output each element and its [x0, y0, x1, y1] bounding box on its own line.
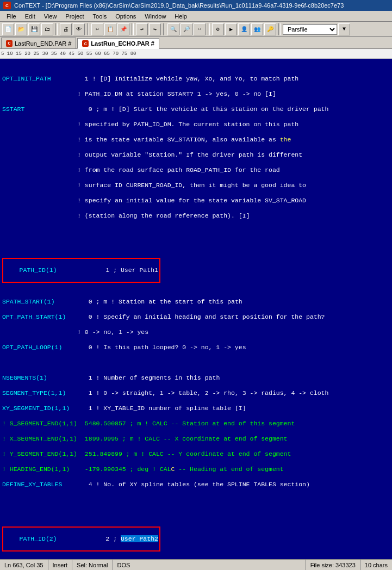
line-2: ! PATH_ID_DM at station SSTART? 1 -> yes…	[2, 90, 390, 98]
line-segtype1: SEGMENT_TYPE(1,1) 1 ! 0 -> straight, 1 -…	[2, 389, 390, 397]
tab-lastrun-echo[interactable]: C LastRun_ECHO.PAR #	[77, 38, 159, 49]
line-text: 4 ! No. of XY spline tables (see the SPL…	[62, 481, 309, 488]
selection-text: Sel: Normal	[77, 562, 108, 568]
extra-btn5[interactable]: 🔑	[264, 23, 276, 35]
path-id-2-box: PATH_ID(2) 2 ; User Path2	[2, 526, 160, 552]
line-text: ! specified by PATH_ID_DM. The current s…	[2, 121, 298, 128]
menu-file[interactable]: File	[2, 12, 21, 21]
open-button[interactable]: 📂	[15, 23, 27, 35]
line-xyid1: XY_SEGMENT_ID(1,1) 1 ! XY_TABLE_ID numbe…	[2, 405, 390, 412]
path-id-1-value: 1 ; User Path1	[57, 267, 158, 274]
line-optloop1: OPT_PATH_LOOP(1) 0 ! Is this path looped…	[2, 344, 390, 351]
status-dos: DOS	[113, 560, 306, 570]
menu-view[interactable]: View	[40, 12, 61, 21]
line-x1: ! X_SEGMENT_END(1,1) 1899.9995 ; m ! CAL…	[2, 435, 390, 443]
line-8: ! surface ID CURRENT_ROAD_ID, then it mi…	[2, 182, 390, 189]
status-bar: Ln 663, Col 35 Insert Sel: Normal DOS Fi…	[0, 559, 392, 570]
keyword: OPT_PATH_LOOP(1)	[2, 344, 62, 351]
line-blank1	[2, 227, 390, 235]
menu-tools[interactable]: Tools	[89, 12, 111, 21]
find-next-button[interactable]: 🔎	[181, 23, 192, 35]
menu-edit[interactable]: Edit	[21, 12, 40, 21]
save-all-button[interactable]: 🗂	[41, 23, 53, 35]
title-text: ConTEXT - [D:\Program Files (x86)\CarSim…	[14, 2, 344, 9]
insert-text: Insert	[53, 562, 68, 568]
line-9: ! specify an initial value for the state…	[2, 197, 390, 205]
extra-btn3[interactable]: 👤	[238, 23, 250, 35]
line-h1: ! HEADING_END(1,1) -179.990345 ; deg ! C…	[2, 466, 390, 473]
tab-icon-2: C	[82, 40, 89, 47]
comment: ! X_SEGMENT_END(1,1) 1899.9995 ; m ! CAL…	[2, 435, 288, 443]
line-path1: PATH_ID(1) 1 ; User Path1	[2, 258, 390, 283]
path-id-2-keyword: PATH_ID(2)	[20, 535, 57, 542]
line-text: 0 ! Is this path looped? 0 -> no, 1 -> y…	[62, 344, 246, 351]
line-text: 1 ! XY_TABLE_ID number of spline table […	[70, 405, 246, 412]
menu-help[interactable]: Help	[170, 12, 191, 21]
find-button[interactable]: 🔍	[167, 23, 179, 35]
extra-btn1[interactable]: ⚙	[212, 23, 224, 35]
line-7: ! from the road surface path ROAD_PATH_I…	[2, 166, 390, 174]
undo-button[interactable]: ↩	[136, 23, 148, 35]
dos-text: DOS	[117, 562, 130, 568]
save-button[interactable]: 💾	[28, 23, 40, 35]
paste-button[interactable]: 📌	[117, 23, 129, 35]
keyword: NSEGMENTS(1)	[2, 374, 47, 382]
line-6: ! output variable "Station." If the driv…	[2, 151, 390, 159]
cut-button[interactable]: ✂	[91, 23, 103, 35]
menu-options[interactable]: Options	[111, 12, 140, 21]
toolbar-sep-5	[208, 23, 210, 35]
keyword: XY_SEGMENT_ID(1,1)	[2, 405, 70, 412]
keyword: DEFINE_XY_TABLES	[2, 481, 62, 488]
syntax-dropdown[interactable]: Parsfile	[283, 24, 337, 35]
print-preview-button[interactable]: 👁	[73, 23, 85, 35]
path-id-2-selected: User Path2	[121, 535, 158, 542]
extra-btn4[interactable]: 👥	[251, 23, 263, 35]
keyword: SEGMENT_TYPE(1,1)	[2, 389, 66, 397]
editor-content[interactable]: OPT_INIT_PATH 1 ! [D] Initialize vehicle…	[0, 59, 392, 559]
tab-lastrun-end[interactable]: C LastRun_END.PAR #	[1, 38, 76, 48]
line-text: ! PATH_ID_DM at station SSTART? 1 -> yes…	[2, 90, 276, 98]
line-def: DEFINE_XY_TABLES 4 ! No. of XY spline ta…	[2, 481, 390, 488]
line-text: ! (station along the road reference path…	[2, 212, 250, 220]
line-text: 0 ; m ! [D] Start the vehicle at this st…	[24, 106, 328, 113]
status-position: Ln 663, Col 35	[0, 560, 48, 570]
toolbar-sep-6	[278, 23, 281, 35]
line-text: 1 ! 0 -> straight, 1 -> table, 2 -> rho,…	[66, 389, 328, 397]
redo-button[interactable]: ↪	[149, 23, 161, 35]
title-bar: C ConTEXT - [D:\Program Files (x86)\CarS…	[0, 0, 392, 11]
new-button[interactable]: 📄	[2, 23, 14, 35]
chars-text: 10 chars	[365, 562, 388, 568]
print-button[interactable]: 🖨	[60, 23, 72, 35]
line-y1: ! Y_SEGMENT_END(1,1) 251.849899 ; m ! CA…	[2, 450, 390, 458]
menu-bar: File Edit View Project Tools Options Win…	[0, 11, 392, 22]
replace-button[interactable]: ↔	[194, 23, 206, 35]
status-chars: 10 chars	[360, 560, 392, 570]
extra-btn2[interactable]: ▶	[225, 23, 237, 35]
line-1: OPT_INIT_PATH 1 ! [D] Initialize vehicle…	[2, 75, 390, 83]
line-nseg1: NSEGMENTS(1) 1 ! Number of segments in t…	[2, 374, 390, 382]
tabs: C LastRun_END.PAR # C LastRun_ECHO.PAR #	[0, 37, 392, 49]
app-icon: C	[3, 2, 11, 9]
copy-button[interactable]: 📋	[104, 23, 116, 35]
keyword: OPT_INIT_PATH	[2, 75, 51, 83]
menu-window[interactable]: Window	[140, 12, 170, 21]
position-text: Ln 663, Col 35	[4, 562, 43, 568]
line-text: ! is the state variable SV_STATION, also…	[2, 136, 291, 144]
ruler-text: 5 10 15 20 25 30 35 40 45 50 55 60 65 70…	[1, 51, 136, 57]
keyword: SPATH_START(1)	[2, 298, 55, 306]
line-blank2	[2, 359, 390, 367]
comment: ! S_SEGMENT_END(1,1) 5480.500857 ; m ! C…	[2, 420, 295, 428]
line-text: ! output variable "Station." If the driv…	[2, 151, 302, 159]
comment: ! HEADING_END(1,1) -179.990345 ; deg ! C…	[2, 466, 284, 473]
path-id-1-keyword: PATH_ID(1)	[20, 267, 57, 274]
line-text: ! specify an initial value for the state…	[2, 197, 306, 205]
tab-icon-1: C	[6, 40, 13, 47]
tab-label-2: LastRun_ECHO.PAR #	[91, 40, 154, 47]
filesize-text: File size: 343323	[310, 562, 356, 568]
line-s1: ! S_SEGMENT_END(1,1) 5480.500857 ; m ! C…	[2, 420, 390, 428]
keyword: OPT_PATH_START(1)	[2, 313, 66, 321]
line-text: 0 ! Specify an initial heading and start…	[66, 313, 325, 321]
dropdown-arrow[interactable]: ▼	[338, 23, 350, 35]
line-text: 1 ! [D] Initialize vehicle yaw, Xo, and …	[51, 75, 298, 83]
menu-project[interactable]: Project	[61, 12, 88, 21]
